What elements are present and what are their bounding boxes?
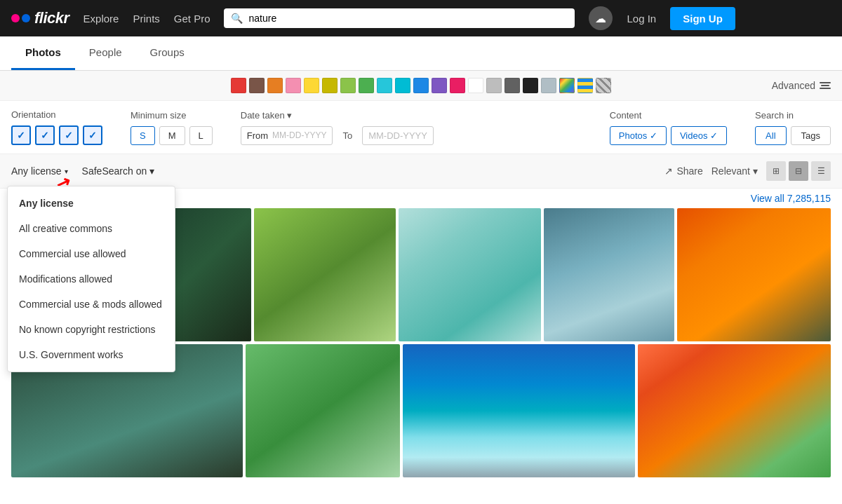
photo-item[interactable]: [246, 344, 400, 477]
content-filter: Content Photos ✓ Videos ✓: [610, 110, 727, 145]
login-button[interactable]: Log In: [627, 13, 656, 25]
view-grid-small[interactable]: ⊞: [766, 161, 786, 181]
view-toggle: ⊞ ⊟ ☰: [766, 161, 831, 181]
orientation-landscape[interactable]: ✓: [11, 125, 31, 145]
color-swatch-white[interactable]: [468, 78, 483, 93]
logo-dot-pink: [11, 14, 20, 22]
search-in-tags[interactable]: Tags: [791, 126, 831, 145]
size-l[interactable]: L: [189, 126, 213, 145]
color-swatch-black[interactable]: [523, 78, 538, 93]
logo[interactable]: flickr: [11, 9, 69, 27]
size-s[interactable]: S: [131, 126, 155, 145]
content-videos[interactable]: Videos ✓: [671, 126, 727, 145]
sub-navigation: Photos People Groups: [0, 36, 842, 71]
license-menu-item-gov[interactable]: U.S. Government works: [8, 342, 175, 367]
orientation-checkboxes: ✓ ✓ ✓ ✓: [11, 125, 102, 145]
license-menu-item-modifications[interactable]: Modifications allowed: [8, 266, 175, 292]
color-swatch-orange[interactable]: [267, 78, 283, 93]
color-swatch-magenta[interactable]: [450, 78, 465, 93]
color-swatch-brown[interactable]: [249, 78, 265, 93]
license-menu-item-commercial[interactable]: Commercial use allowed: [8, 241, 175, 266]
view-all-prefix: View all: [751, 193, 787, 204]
search-icon: 🔍: [231, 13, 243, 24]
view-all-link[interactable]: View all 7,285,115: [751, 193, 831, 204]
date-from[interactable]: From MM-DD-YYYY: [241, 126, 333, 145]
color-swatch-yellow[interactable]: [304, 78, 319, 93]
date-label: Date taken ▾: [241, 110, 434, 121]
content-buttons: Photos ✓ Videos ✓: [610, 126, 727, 145]
color-swatch-red[interactable]: [231, 78, 246, 93]
view-all-count: 7,285,115: [787, 193, 831, 204]
tab-photos[interactable]: Photos: [11, 36, 75, 70]
color-swatch-lgray[interactable]: [486, 78, 502, 93]
orientation-panoramic[interactable]: ✓: [83, 125, 102, 145]
share-label: Share: [676, 165, 702, 177]
content-photos[interactable]: Photos ✓: [610, 126, 667, 145]
license-menu-item-commercial-mods[interactable]: Commercial use & mods allowed: [8, 292, 175, 317]
date-to[interactable]: MM-DD-YYYY: [362, 126, 434, 145]
color-swatch-pattern[interactable]: [596, 78, 611, 93]
tab-people[interactable]: People: [75, 36, 136, 70]
color-swatch-pink[interactable]: [286, 78, 301, 93]
share-button[interactable]: ↗ Share: [664, 165, 702, 177]
search-in-buttons: All Tags: [755, 126, 831, 145]
photo-item[interactable]: [544, 208, 674, 341]
advanced-icon: [820, 82, 831, 89]
search-input[interactable]: [248, 13, 568, 24]
color-swatch-blue[interactable]: [413, 78, 429, 93]
nav-getpro[interactable]: Get Pro: [174, 10, 210, 27]
photo-item[interactable]: [254, 208, 396, 341]
date-from-placeholder: MM-DD-YYYY: [272, 130, 326, 140]
filter-row: Orientation ✓ ✓ ✓ ✓ Minimum size S M L D…: [0, 101, 842, 154]
color-swatch-teal[interactable]: [377, 78, 392, 93]
orientation-portrait[interactable]: ✓: [35, 125, 55, 145]
license-menu-item-no-copyright[interactable]: No known copyright restrictions: [8, 317, 175, 342]
color-swatches-row: Advanced: [11, 78, 831, 93]
advanced-link[interactable]: Advanced: [772, 80, 831, 91]
date-inputs: From MM-DD-YYYY To MM-DD-YYYY: [241, 126, 434, 145]
license-menu-item-cc[interactable]: All creative commons: [8, 216, 175, 241]
color-swatch-purple[interactable]: [432, 78, 447, 93]
size-m[interactable]: M: [159, 126, 185, 145]
logo-text: flickr: [34, 9, 69, 27]
size-buttons: S M L: [131, 126, 213, 145]
photo-item[interactable]: [677, 208, 831, 341]
search-in-all[interactable]: All: [755, 126, 786, 145]
orientation-filter: Orientation ✓ ✓ ✓ ✓: [11, 109, 102, 145]
color-swatch-cyan[interactable]: [395, 78, 410, 93]
color-swatch-any1[interactable]: [541, 78, 556, 93]
license-menu-item-any[interactable]: Any license: [8, 191, 175, 216]
sort-button[interactable]: Relevant ▾: [711, 165, 758, 177]
search-in-label: Search in: [755, 110, 831, 121]
logo-dot-blue: [22, 14, 30, 22]
nav-prints[interactable]: Prints: [133, 10, 159, 27]
photo-item[interactable]: [403, 344, 634, 477]
nav-explore[interactable]: Explore: [83, 10, 119, 27]
safesearch-button[interactable]: SafeSearch on ▾: [82, 165, 155, 177]
upload-button[interactable]: ☁: [589, 6, 613, 30]
color-swatch-yellow2[interactable]: [322, 78, 338, 93]
date-to-label: To: [337, 130, 358, 141]
sort-arrow: ▾: [753, 165, 758, 177]
advanced-label: Advanced: [772, 80, 815, 91]
color-swatch-green[interactable]: [359, 78, 374, 93]
color-swatch-dgray[interactable]: [504, 78, 520, 93]
color-swatch-multicolor[interactable]: [559, 78, 575, 93]
tab-groups[interactable]: Groups: [136, 36, 199, 70]
search-bar: 🔍: [224, 8, 575, 28]
orientation-square[interactable]: ✓: [59, 125, 79, 145]
color-swatch-grid[interactable]: [577, 78, 593, 93]
view-list[interactable]: ☰: [811, 161, 831, 181]
license-label: Any license: [11, 165, 62, 177]
share-icon: ↗: [664, 165, 673, 177]
color-swatch-lime[interactable]: [340, 78, 356, 93]
safesearch-arrow: ▾: [149, 165, 154, 177]
license-menu: Any license All creative commons Commerc…: [7, 186, 175, 372]
safesearch-label: SafeSearch on: [82, 165, 147, 177]
view-grid-medium[interactable]: ⊟: [789, 161, 808, 181]
photo-item[interactable]: [638, 344, 831, 477]
content-label: Content: [610, 110, 727, 121]
size-filter: Minimum size S M L: [131, 110, 213, 145]
signup-button[interactable]: Sign Up: [670, 7, 735, 30]
photo-item[interactable]: [399, 208, 541, 341]
